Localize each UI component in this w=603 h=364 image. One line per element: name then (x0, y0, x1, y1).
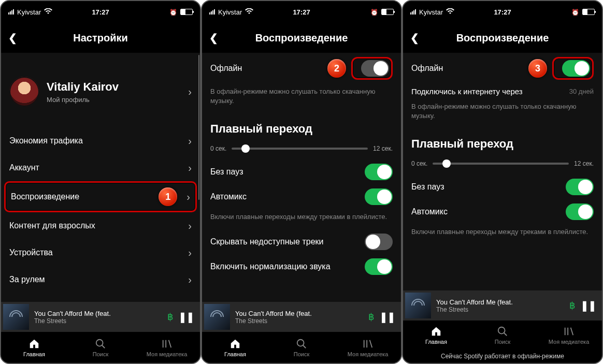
pause-icon[interactable]: ❚❚ (379, 311, 395, 323)
gapless-toggle[interactable] (365, 164, 393, 180)
page-header: ❮ Воспроизведение (202, 23, 401, 53)
step-badge-1: 1 (159, 187, 177, 206)
clock: 17:27 (92, 8, 109, 16)
normalize-toggle[interactable] (365, 258, 393, 275)
status-bar: Kyivstar 17:27 (202, 1, 401, 23)
tab-library[interactable]: Моя медиатека (134, 332, 200, 363)
album-art (3, 304, 29, 330)
offline-hint: В офлайн-режиме можно слушать только ска… (411, 99, 594, 128)
gapless-row: Без пауз (210, 159, 393, 184)
status-bar: Kyivstar 17:27 (403, 1, 602, 23)
profile-name: Vitaliy Kairov (47, 80, 181, 94)
hide-unavailable-row: Скрывать недоступные треки (210, 229, 393, 254)
signal-icon (8, 9, 14, 14)
page-title: Воспроизведение (456, 32, 549, 44)
step-badge-2: 2 (327, 59, 346, 78)
status-bar: Kyivstar 17:27 (1, 1, 200, 23)
settings-row-account[interactable]: Аккаунт› (9, 154, 192, 181)
settings-row-car[interactable]: За рулем› (9, 266, 192, 293)
page-title: Воспроизведение (255, 32, 348, 44)
section-crossfade: Плавный переход (210, 113, 393, 140)
album-art (405, 293, 431, 318)
gapless-toggle[interactable] (566, 179, 594, 195)
wifi-icon (245, 8, 253, 16)
slider-thumb[interactable] (241, 144, 250, 153)
tab-search[interactable]: Поиск (67, 332, 134, 363)
offline-row: Офлайн 2 (210, 53, 393, 84)
signal-icon (410, 9, 416, 14)
screenshot-3: Kyivstar 17:27 ❮ Воспроизведение Офлайн … (402, 0, 603, 364)
offline-toggle[interactable] (552, 57, 594, 80)
avatar (9, 77, 39, 107)
tab-home[interactable]: Главная (202, 332, 268, 363)
automix-toggle[interactable] (365, 188, 393, 205)
bluetooth-icon[interactable]: ฿ (569, 300, 575, 311)
tab-search[interactable]: Поиск (268, 332, 335, 363)
settings-row-data-saver[interactable]: Экономия трафика› (9, 127, 192, 154)
section-crossfade: Плавный переход (411, 128, 594, 155)
crossfade-slider[interactable]: 0 сек. 12 сек. (411, 155, 594, 174)
bluetooth-icon[interactable]: ฿ (368, 311, 374, 323)
slider-thumb[interactable] (442, 159, 451, 168)
battery-icon (381, 9, 394, 15)
automix-toggle[interactable] (566, 203, 594, 220)
alarm-icon (370, 8, 378, 16)
automix-row: Автомикс (210, 184, 393, 209)
crossfade-slider[interactable]: 0 сек. 12 сек. (210, 140, 393, 159)
carrier-label: Kyivstar (17, 8, 41, 16)
pause-icon[interactable]: ❚❚ (580, 299, 596, 312)
chevron-right-icon: › (188, 220, 192, 232)
back-icon[interactable]: ❮ (209, 32, 218, 44)
days-value: 30 дней (569, 88, 594, 95)
page-header: ❮ Настройки (1, 23, 200, 53)
offline-hint: В офлайн-режиме можно слушать только ска… (210, 84, 393, 113)
alarm-icon (571, 8, 579, 16)
track-title: You Can't Afford Me (feat. (34, 310, 162, 317)
profile-row[interactable]: Vitaliy Kairov Мой профиль › (9, 53, 192, 127)
mini-player[interactable]: You Can't Afford Me (feat.The Streets ฿ … (403, 290, 602, 321)
settings-row-explicit[interactable]: Контент для взрослых› (9, 212, 192, 239)
settings-row-devices[interactable]: Устройства› (9, 239, 192, 266)
battery-icon (180, 9, 193, 15)
tab-bar: Главная Поиск Моя медиатека (403, 321, 602, 350)
automix-hint: Включи плавные переходы между треками в … (411, 224, 594, 244)
step-badge-3: 3 (528, 59, 547, 78)
chevron-right-icon: › (188, 247, 192, 259)
pause-icon[interactable]: ❚❚ (178, 311, 194, 323)
profile-sub: Мой профиль (47, 96, 181, 104)
back-icon[interactable]: ❮ (8, 32, 17, 44)
svg-point-0 (96, 339, 103, 346)
tab-home[interactable]: Главная (1, 332, 67, 363)
settings-row-playback[interactable]: Воспроизведение 1 › (4, 181, 197, 212)
tab-library[interactable]: Моя медиатека (536, 321, 602, 350)
tab-home[interactable]: Главная (403, 321, 469, 350)
wifi-icon (44, 8, 52, 16)
tab-search[interactable]: Поиск (469, 321, 536, 350)
screenshot-1: Kyivstar 17:27 ❮ Настройки Vitaliy Kairo… (0, 0, 201, 364)
offline-status-bar: Сейчас Spotify работает в офлайн-режиме (403, 350, 602, 363)
tab-library[interactable]: Моя медиатека (335, 332, 401, 363)
tab-bar: Главная Поиск Моя медиатека (1, 332, 200, 363)
svg-point-2 (498, 327, 505, 333)
chevron-right-icon: › (188, 135, 192, 147)
page-title: Настройки (73, 32, 128, 44)
mini-player[interactable]: You Can't Afford Me (feat.The Streets ฿ … (202, 302, 401, 332)
gapless-row: Без пауз (411, 174, 594, 199)
chevron-right-icon: › (188, 162, 192, 174)
signal-icon (209, 9, 215, 14)
chevron-right-icon: › (188, 274, 192, 286)
offline-toggle[interactable] (351, 57, 393, 80)
mini-player[interactable]: You Can't Afford Me (feat.The Streets ฿ … (1, 302, 200, 332)
offline-row: Офлайн 3 (411, 53, 594, 84)
album-art (204, 304, 230, 330)
back-icon[interactable]: ❮ (410, 32, 419, 44)
automix-hint: Включи плавные переходы между треками в … (210, 209, 393, 229)
bluetooth-icon[interactable]: ฿ (167, 311, 173, 323)
tab-bar: Главная Поиск Моя медиатека (202, 332, 401, 363)
hide-unavailable-toggle[interactable] (365, 234, 393, 250)
wifi-icon (446, 8, 454, 16)
screenshot-2: Kyivstar 17:27 ❮ Воспроизведение Офлайн … (201, 0, 402, 364)
svg-point-1 (297, 339, 304, 346)
battery-icon (582, 9, 595, 15)
chevron-right-icon: › (186, 191, 190, 203)
